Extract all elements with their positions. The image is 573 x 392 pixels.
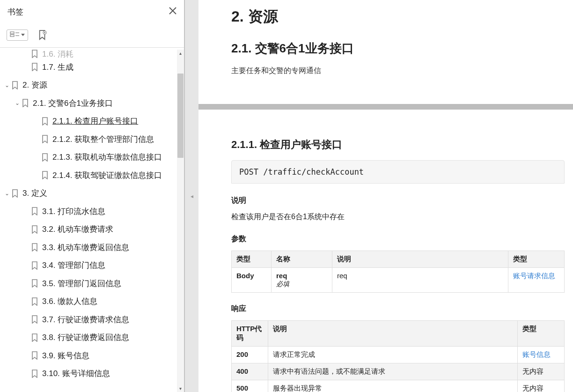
bookmark-icon <box>11 81 19 89</box>
bookmark-icon <box>41 153 49 162</box>
svg-rect-1 <box>10 35 14 37</box>
param-label: 参数 <box>231 234 565 244</box>
bookmark-label: 2.1.2. 获取整个管理部门信息 <box>52 134 154 145</box>
bookmark-item[interactable]: ·3.9. 账号信息 <box>0 347 184 365</box>
bookmark-label: 3.4. 管理部门信息 <box>42 260 105 271</box>
bookmark-item[interactable]: ⌄3. 定义 <box>0 185 184 203</box>
bookmark-label: 1.6. 消耗 <box>42 50 73 58</box>
bookmark-label: 3.8. 行驶证缴费返回信息 <box>42 332 129 343</box>
bookmark-icon <box>31 50 38 58</box>
resp-th-3: 类型 <box>518 321 565 347</box>
heading-2: 2.1. 交警6合1业务接口 <box>231 40 565 57</box>
bookmark-icon <box>22 99 29 107</box>
pane-divider[interactable]: ◂ <box>184 0 198 392</box>
bookmark-icon <box>41 171 49 179</box>
bookmark-icon <box>31 333 38 342</box>
table-row: 400请求中有语法问题，或不能满足请求无内容 <box>232 363 565 380</box>
tree-scrollbar[interactable]: ▴ ▾ <box>177 50 184 392</box>
bookmark-label: 3.6. 缴款人信息 <box>42 296 97 307</box>
scroll-up-icon[interactable]: ▴ <box>179 50 182 57</box>
scroll-thumb[interactable] <box>177 74 184 158</box>
table-row: 200请求正常完成账号信息 <box>232 347 565 363</box>
chevron-down-icon[interactable]: ⌄ <box>13 100 22 106</box>
svg-rect-0 <box>10 32 14 34</box>
collapse-handle-icon[interactable]: ◂ <box>191 193 193 200</box>
outline-view-button[interactable] <box>7 30 28 41</box>
scroll-down-icon[interactable]: ▾ <box>179 385 182 392</box>
resp-table: HTTP代码 说明 类型 200请求正常完成账号信息400请求中有语法问题，或不… <box>231 320 565 392</box>
close-icon[interactable] <box>168 6 177 18</box>
bookmark-icon <box>31 351 38 360</box>
bookmark-icon <box>41 117 49 126</box>
bookmark-item[interactable]: ·3.1. 打印流水信息 <box>0 202 184 221</box>
resp-label: 响应 <box>231 304 565 314</box>
param-th-3: 说明 <box>332 251 508 268</box>
bookmark-item[interactable]: ·3.3. 机动车缴费返回信息 <box>0 238 184 257</box>
chevron-down-icon[interactable]: ⌄ <box>3 82 11 89</box>
bookmark-icon <box>31 207 38 215</box>
bookmark-icon <box>31 261 38 270</box>
bookmark-item[interactable]: ·2.1.1. 检查用户账号接口 <box>0 112 184 131</box>
sidebar-toolbar <box>0 23 184 48</box>
bookmark-tree: ·1.6. 消耗·1.7. 生成⌄2. 资源⌄2.1. 交警6合1业务接口·2.… <box>0 48 184 392</box>
bookmark-label: 2. 资源 <box>22 80 47 90</box>
bookmark-item[interactable]: ·3.5. 管理部门返回信息 <box>0 274 184 293</box>
explain-text: 检查该用户是否在6合1系统中存在 <box>231 212 565 222</box>
bookmark-icon <box>41 135 49 143</box>
bookmark-item[interactable]: ·3.7. 行驶证缴费请求信息 <box>0 311 184 329</box>
heading-1: 2. 资源 <box>231 7 565 27</box>
bookmark-item[interactable]: ·2.1.3. 获取机动车缴款信息接口 <box>0 148 184 167</box>
param-th-2: 名称 <box>272 251 332 268</box>
bookmark-item[interactable]: ·3.8. 行驶证缴费返回信息 <box>0 329 184 347</box>
bookmark-item[interactable]: ·3.6. 缴款人信息 <box>0 293 184 311</box>
heading-3: 2.1.1. 检查用户账号接口 <box>231 138 565 152</box>
chevron-down-icon[interactable]: ⌄ <box>3 190 11 197</box>
type-link[interactable]: 账号请求信息 <box>513 272 555 280</box>
bookmark-label: 2.1.3. 获取机动车缴款信息接口 <box>52 152 162 163</box>
bookmark-label: 3.10. 账号详细信息 <box>42 368 110 379</box>
bookmark-label: 3.9. 账号信息 <box>42 350 89 361</box>
param-table: 类型 名称 说明 类型 Body req必填 req 账号请求信息 <box>231 251 565 293</box>
bookmark-icon <box>31 297 38 306</box>
bookmark-item[interactable]: ⌄2.1. 交警6合1业务接口 <box>0 94 184 112</box>
param-th-4: 类型 <box>508 251 565 268</box>
bookmark-label: 3.1. 打印流水信息 <box>42 206 105 217</box>
table-row: Body req必填 req 账号请求信息 <box>232 268 565 293</box>
param-th-1: 类型 <box>232 251 272 268</box>
bookmark-label: 2.1.4. 获取驾驶证缴款信息接口 <box>52 170 162 181</box>
bookmark-icon <box>31 63 38 71</box>
bookmark-icon <box>11 189 19 198</box>
bookmarks-sidebar: 书签 ·1.6. 消耗·1.7. 生成⌄2. 资源⌄2.1. 交警6合1业务接口… <box>0 0 184 392</box>
bookmark-icon <box>31 315 38 324</box>
bookmark-item[interactable]: ·3.2. 机动车缴费请求 <box>0 221 184 239</box>
resp-th-1: HTTP代码 <box>232 321 268 347</box>
bookmark-icon <box>31 279 38 288</box>
bookmark-item[interactable]: ⌄2. 资源 <box>0 76 184 95</box>
sidebar-header: 书签 <box>0 0 184 23</box>
explain-label: 说明 <box>231 196 565 206</box>
bookmark-icon <box>31 370 38 378</box>
bookmark-icon <box>31 225 38 234</box>
bookmark-item[interactable]: ·3.10. 账号详细信息 <box>0 365 184 383</box>
bookmark-label: 3.5. 管理部门返回信息 <box>42 278 121 289</box>
bookmark-item[interactable]: ·1.6. 消耗 <box>0 50 184 58</box>
bookmark-label: 2.1. 交警6合1业务接口 <box>33 98 113 109</box>
bookmark-item[interactable]: ·2.1.2. 获取整个管理部门信息 <box>0 130 184 148</box>
section-description: 主要任务和交警的专网通信 <box>231 66 565 76</box>
bookmark-label: 3. 定义 <box>22 188 47 199</box>
bookmark-item[interactable]: ·1.7. 生成 <box>0 58 184 76</box>
document-pane: 2. 资源 2.1. 交警6合1业务接口 主要任务和交警的专网通信 2.1.1.… <box>198 0 573 392</box>
type-link[interactable]: 账号信息 <box>522 350 551 358</box>
resp-th-2: 说明 <box>268 321 518 347</box>
page-separator <box>198 104 573 110</box>
bookmark-icon <box>31 243 38 251</box>
bookmark-item[interactable]: ·2.1.4. 获取驾驶证缴款信息接口 <box>0 166 184 185</box>
endpoint-code: POST /traffic/checkAccount <box>231 160 565 184</box>
bookmark-label: 1.7. 生成 <box>42 62 73 73</box>
table-row: 500服务器出现异常无内容 <box>232 380 565 392</box>
bookmark-label: 2.1.1. 检查用户账号接口 <box>52 116 138 126</box>
bookmark-label: 3.2. 机动车缴费请求 <box>42 224 113 235</box>
bookmark-item[interactable]: ·3.4. 管理部门信息 <box>0 257 184 275</box>
bookmark-tool-icon[interactable] <box>38 31 47 39</box>
sidebar-title: 书签 <box>7 7 23 17</box>
